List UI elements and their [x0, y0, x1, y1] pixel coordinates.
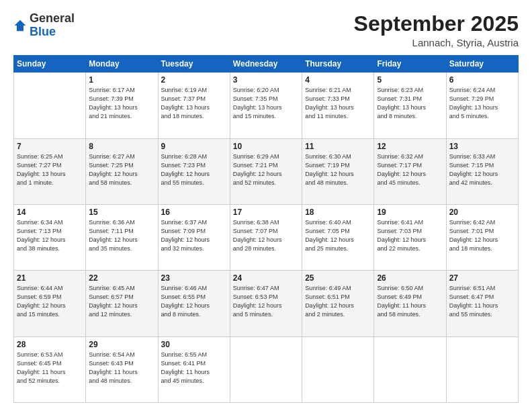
calendar-week-row: 1Sunrise: 6:17 AM Sunset: 7:39 PM Daylig…: [14, 73, 519, 138]
day-number: 17: [233, 208, 299, 217]
calendar-header-tuesday: Tuesday: [158, 56, 230, 73]
month-title: September 2025: [354, 12, 519, 36]
calendar-cell: 28Sunrise: 6:53 AM Sunset: 6:45 PM Dayli…: [14, 336, 86, 402]
cell-text: Sunrise: 6:49 AM Sunset: 6:51 PM Dayligh…: [305, 284, 371, 319]
cell-text: Sunrise: 6:54 AM Sunset: 6:43 PM Dayligh…: [89, 351, 154, 385]
calendar-cell: 13Sunrise: 6:33 AM Sunset: 7:15 PM Dayli…: [446, 138, 518, 204]
cell-text: Sunrise: 6:41 AM Sunset: 7:03 PM Dayligh…: [377, 218, 443, 253]
calendar-header-saturday: Saturday: [446, 56, 518, 73]
day-number: 28: [17, 340, 83, 349]
cell-text: Sunrise: 6:25 AM Sunset: 7:27 PM Dayligh…: [17, 152, 83, 187]
calendar-cell: 7Sunrise: 6:25 AM Sunset: 7:27 PM Daylig…: [14, 138, 86, 204]
logo-text: General Blue: [30, 12, 75, 39]
day-number: 8: [89, 142, 154, 151]
calendar-table: SundayMondayTuesdayWednesdayThursdayFrid…: [13, 55, 519, 403]
calendar-cell: 26Sunrise: 6:50 AM Sunset: 6:49 PM Dayli…: [374, 271, 446, 336]
calendar-header-friday: Friday: [374, 56, 446, 73]
calendar-cell: [302, 336, 374, 402]
calendar-week-row: 14Sunrise: 6:34 AM Sunset: 7:13 PM Dayli…: [14, 204, 519, 270]
svg-marker-0: [15, 19, 26, 31]
day-number: 2: [161, 75, 227, 85]
location: Lannach, Styria, Austria: [354, 37, 519, 48]
day-number: 5: [377, 75, 443, 85]
day-number: 9: [161, 142, 227, 151]
cell-text: Sunrise: 6:24 AM Sunset: 7:29 PM Dayligh…: [449, 86, 515, 121]
calendar-cell: 8Sunrise: 6:27 AM Sunset: 7:25 PM Daylig…: [86, 138, 158, 204]
cell-text: Sunrise: 6:30 AM Sunset: 7:19 PM Dayligh…: [305, 152, 371, 187]
day-number: 3: [233, 75, 299, 85]
calendar-cell: 19Sunrise: 6:41 AM Sunset: 7:03 PM Dayli…: [374, 204, 446, 270]
cell-text: Sunrise: 6:29 AM Sunset: 7:21 PM Dayligh…: [233, 152, 299, 187]
cell-text: Sunrise: 6:19 AM Sunset: 7:37 PM Dayligh…: [161, 86, 227, 121]
cell-text: Sunrise: 6:46 AM Sunset: 6:55 PM Dayligh…: [161, 284, 227, 319]
day-number: 30: [161, 340, 227, 349]
calendar-cell: 1Sunrise: 6:17 AM Sunset: 7:39 PM Daylig…: [86, 73, 158, 138]
cell-text: Sunrise: 6:45 AM Sunset: 6:57 PM Dayligh…: [89, 284, 154, 319]
logo: General Blue: [13, 12, 75, 39]
day-number: 4: [305, 75, 371, 85]
calendar-header-sunday: Sunday: [14, 56, 86, 73]
cell-text: Sunrise: 6:50 AM Sunset: 6:49 PM Dayligh…: [377, 284, 443, 319]
page: General Blue September 2025 Lannach, Sty…: [0, 0, 532, 411]
day-number: 29: [89, 340, 154, 349]
cell-text: Sunrise: 6:27 AM Sunset: 7:25 PM Dayligh…: [89, 152, 154, 187]
calendar-cell: 10Sunrise: 6:29 AM Sunset: 7:21 PM Dayli…: [230, 138, 302, 204]
calendar-cell: 3Sunrise: 6:20 AM Sunset: 7:35 PM Daylig…: [230, 73, 302, 138]
calendar-week-row: 21Sunrise: 6:44 AM Sunset: 6:59 PM Dayli…: [14, 271, 519, 336]
day-number: 19: [377, 208, 443, 217]
calendar-cell: [230, 336, 302, 402]
cell-text: Sunrise: 6:33 AM Sunset: 7:15 PM Dayligh…: [449, 152, 515, 187]
calendar-cell: 15Sunrise: 6:36 AM Sunset: 7:11 PM Dayli…: [86, 204, 158, 270]
calendar-cell: 4Sunrise: 6:21 AM Sunset: 7:33 PM Daylig…: [302, 73, 374, 138]
calendar-cell: 9Sunrise: 6:28 AM Sunset: 7:23 PM Daylig…: [158, 138, 230, 204]
calendar-week-row: 28Sunrise: 6:53 AM Sunset: 6:45 PM Dayli…: [14, 336, 519, 402]
calendar-cell: 14Sunrise: 6:34 AM Sunset: 7:13 PM Dayli…: [14, 204, 86, 270]
cell-text: Sunrise: 6:51 AM Sunset: 6:47 PM Dayligh…: [449, 284, 515, 319]
calendar-cell: 23Sunrise: 6:46 AM Sunset: 6:55 PM Dayli…: [158, 271, 230, 336]
cell-text: Sunrise: 6:42 AM Sunset: 7:01 PM Dayligh…: [449, 218, 515, 253]
day-number: 1: [89, 75, 154, 85]
header: General Blue September 2025 Lannach, Sty…: [13, 12, 519, 48]
calendar-header-thursday: Thursday: [302, 56, 374, 73]
cell-text: Sunrise: 6:17 AM Sunset: 7:39 PM Dayligh…: [89, 86, 154, 121]
day-number: 11: [305, 142, 371, 151]
calendar-header-wednesday: Wednesday: [230, 56, 302, 73]
cell-text: Sunrise: 6:53 AM Sunset: 6:45 PM Dayligh…: [17, 351, 83, 385]
calendar-cell: 24Sunrise: 6:47 AM Sunset: 6:53 PM Dayli…: [230, 271, 302, 336]
day-number: 6: [449, 75, 515, 85]
calendar-cell: 20Sunrise: 6:42 AM Sunset: 7:01 PM Dayli…: [446, 204, 518, 270]
cell-text: Sunrise: 6:21 AM Sunset: 7:33 PM Dayligh…: [305, 86, 371, 121]
calendar-cell: [14, 73, 86, 138]
day-number: 21: [17, 273, 83, 283]
cell-text: Sunrise: 6:34 AM Sunset: 7:13 PM Dayligh…: [17, 218, 83, 253]
calendar-header-row: SundayMondayTuesdayWednesdayThursdayFrid…: [14, 56, 519, 73]
calendar-cell: 16Sunrise: 6:37 AM Sunset: 7:09 PM Dayli…: [158, 204, 230, 270]
cell-text: Sunrise: 6:32 AM Sunset: 7:17 PM Dayligh…: [377, 152, 443, 187]
calendar-cell: 29Sunrise: 6:54 AM Sunset: 6:43 PM Dayli…: [86, 336, 158, 402]
cell-text: Sunrise: 6:23 AM Sunset: 7:31 PM Dayligh…: [377, 86, 443, 121]
cell-text: Sunrise: 6:47 AM Sunset: 6:53 PM Dayligh…: [233, 284, 299, 319]
calendar-cell: [446, 336, 518, 402]
calendar-week-row: 7Sunrise: 6:25 AM Sunset: 7:27 PM Daylig…: [14, 138, 519, 204]
day-number: 14: [17, 208, 83, 217]
cell-text: Sunrise: 6:40 AM Sunset: 7:05 PM Dayligh…: [305, 218, 371, 253]
day-number: 16: [161, 208, 227, 217]
day-number: 24: [233, 273, 299, 283]
day-number: 23: [161, 273, 227, 283]
day-number: 15: [89, 208, 154, 217]
cell-text: Sunrise: 6:44 AM Sunset: 6:59 PM Dayligh…: [17, 284, 83, 319]
day-number: 27: [449, 273, 515, 283]
calendar-cell: 12Sunrise: 6:32 AM Sunset: 7:17 PM Dayli…: [374, 138, 446, 204]
day-number: 18: [305, 208, 371, 217]
cell-text: Sunrise: 6:20 AM Sunset: 7:35 PM Dayligh…: [233, 86, 299, 121]
calendar-cell: 18Sunrise: 6:40 AM Sunset: 7:05 PM Dayli…: [302, 204, 374, 270]
calendar-cell: [374, 336, 446, 402]
calendar-cell: 17Sunrise: 6:38 AM Sunset: 7:07 PM Dayli…: [230, 204, 302, 270]
cell-text: Sunrise: 6:37 AM Sunset: 7:09 PM Dayligh…: [161, 218, 227, 253]
calendar-cell: 5Sunrise: 6:23 AM Sunset: 7:31 PM Daylig…: [374, 73, 446, 138]
cell-text: Sunrise: 6:28 AM Sunset: 7:23 PM Dayligh…: [161, 152, 227, 187]
title-block: September 2025 Lannach, Styria, Austria: [354, 12, 519, 48]
calendar-cell: 25Sunrise: 6:49 AM Sunset: 6:51 PM Dayli…: [302, 271, 374, 336]
calendar-header-monday: Monday: [86, 56, 158, 73]
day-number: 20: [449, 208, 515, 217]
